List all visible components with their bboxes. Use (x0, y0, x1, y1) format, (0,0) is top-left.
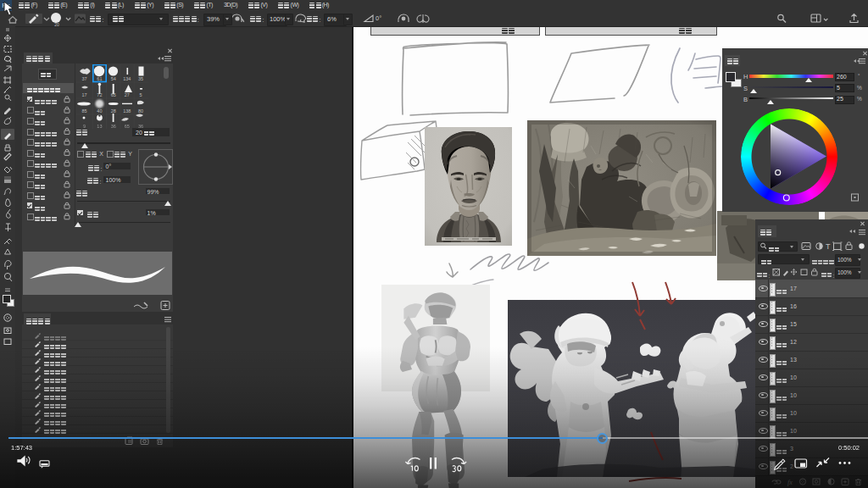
svg-text:9: 9 (83, 124, 86, 129)
svg-text:35: 35 (138, 76, 143, 81)
svg-text:13: 13 (97, 124, 102, 129)
svg-text:54: 54 (111, 76, 116, 81)
svg-text:72: 72 (97, 92, 102, 97)
svg-text:65: 65 (111, 92, 116, 97)
svg-text:27: 27 (125, 92, 130, 97)
svg-text:65: 65 (125, 124, 130, 129)
svg-text:17: 17 (82, 92, 87, 97)
svg-text:80: 80 (138, 108, 143, 114)
svg-text:138: 138 (123, 108, 131, 114)
svg-text:61: 61 (97, 76, 102, 81)
svg-text:5: 5 (139, 92, 142, 97)
svg-text:37: 37 (82, 76, 87, 81)
svg-text:85: 85 (82, 108, 87, 114)
svg-text:36: 36 (111, 124, 116, 129)
svg-text:40: 40 (97, 108, 102, 114)
svg-text:134: 134 (123, 76, 131, 81)
svg-text:T: T (826, 242, 831, 251)
svg-text:28: 28 (111, 108, 116, 114)
